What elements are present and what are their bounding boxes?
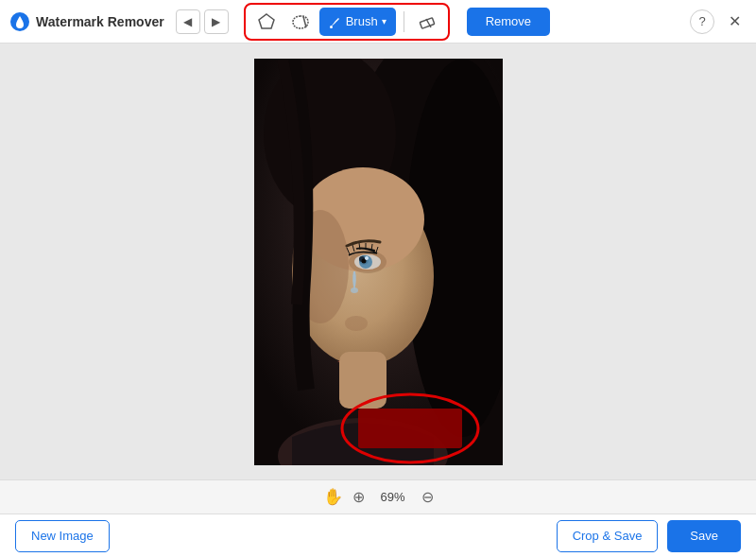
footer: New Image Crop & Save Save — [0, 513, 756, 557]
logo-area: Watermark Remover — [9, 11, 164, 32]
close-button[interactable]: ✕ — [722, 9, 747, 34]
nav-arrows: ◀ ▶ — [176, 9, 229, 34]
svg-marker-1 — [259, 14, 274, 28]
brush-tool-button[interactable]: Brush ▾ — [319, 8, 396, 36]
svg-point-3 — [330, 26, 333, 28]
svg-rect-24 — [358, 409, 462, 448]
svg-point-19 — [365, 256, 369, 260]
remove-button[interactable]: Remove — [467, 8, 550, 36]
crop-save-button[interactable]: Crop & Save — [557, 520, 659, 552]
back-button[interactable]: ◀ — [176, 9, 200, 34]
help-button[interactable]: ? — [690, 9, 714, 34]
footer-right-actions: Crop & Save Save — [557, 520, 741, 552]
svg-point-20 — [351, 287, 358, 293]
toolbar-separator — [404, 11, 404, 32]
header-right: ? ✕ — [690, 9, 747, 34]
main-canvas-area — [0, 44, 756, 479]
zoom-bar: ✋ ⊕ 69% ⊖ — [0, 479, 756, 513]
image-container — [254, 59, 503, 465]
lasso-icon — [291, 12, 310, 31]
eraser-icon — [418, 12, 437, 31]
new-image-button[interactable]: New Image — [15, 520, 110, 552]
zoom-in-icon[interactable]: ⊕ — [352, 488, 365, 506]
pan-tool-icon[interactable]: ✋ — [323, 487, 343, 507]
app-logo-icon — [9, 11, 30, 32]
header: Watermark Remover ◀ ▶ Brush ▾ — [0, 0, 756, 44]
brush-label: Brush — [346, 14, 378, 28]
brush-icon — [329, 15, 342, 28]
polygon-tool-button[interactable] — [251, 8, 282, 36]
svg-point-21 — [345, 316, 368, 331]
zoom-out-icon[interactable]: ⊖ — [421, 488, 434, 506]
polygon-icon — [257, 12, 276, 31]
svg-rect-22 — [339, 352, 387, 409]
brush-chevron-icon: ▾ — [382, 16, 387, 26]
toolbar: Brush ▾ — [244, 3, 450, 41]
portrait-image — [254, 59, 503, 465]
app-title: Watermark Remover — [36, 14, 164, 29]
save-button[interactable]: Save — [667, 520, 741, 552]
lasso-tool-button[interactable] — [285, 8, 316, 36]
eraser-tool-button[interactable] — [412, 8, 442, 36]
zoom-percent: 69% — [374, 490, 412, 504]
forward-button[interactable]: ▶ — [204, 9, 229, 34]
